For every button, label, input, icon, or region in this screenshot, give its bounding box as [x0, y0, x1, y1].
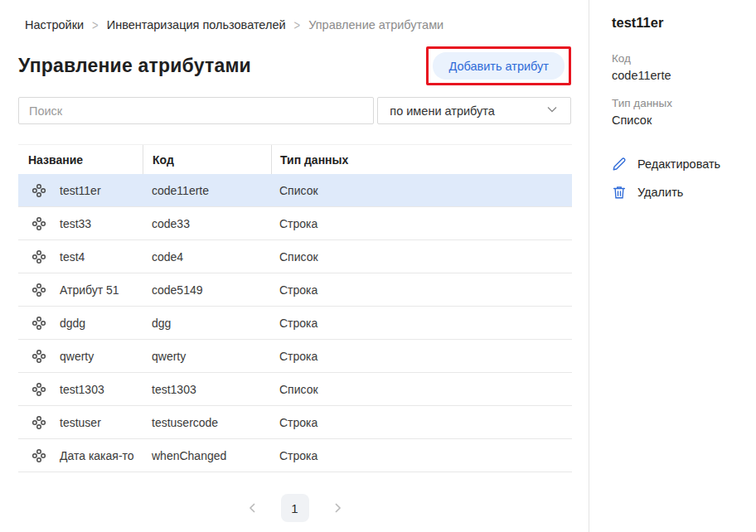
- breadcrumb-item-user-inventory[interactable]: Инвентаризация пользователей: [107, 18, 286, 31]
- attribute-name: test1303: [60, 383, 104, 396]
- search-field-dropdown-value: по имени атрибута: [390, 104, 495, 118]
- field-value: Список: [612, 114, 746, 127]
- table-header: Название Код Тип данных: [18, 144, 572, 174]
- details-panel: test11er Код code11erte Тип данных Списо…: [589, 0, 756, 532]
- cell-name: test33: [18, 207, 143, 239]
- table-body: test11er code11erte Список test33 code33…: [18, 174, 572, 472]
- column-header-name: Название: [18, 145, 143, 174]
- pagination-page-1[interactable]: 1: [281, 494, 309, 522]
- title-row: Управление атрибутами Добавить атрибут: [18, 46, 571, 85]
- attribute-name: test4: [60, 250, 85, 264]
- table-row[interactable]: test11er code11erte Список: [18, 174, 572, 207]
- table-row[interactable]: qwerty qwerty Строка: [18, 340, 572, 373]
- attributes-table: Название Код Тип данных test11er code11e…: [18, 144, 572, 472]
- attribute-type: Список: [271, 240, 572, 273]
- breadcrumb: Настройки > Инвентаризация пользователей…: [25, 18, 571, 31]
- table-row[interactable]: test33 code33 Строка: [18, 207, 572, 240]
- attribute-code: code5149: [143, 273, 271, 306]
- attribute-code: code11erte: [143, 174, 271, 206]
- cell-name: Атрибут 51: [18, 273, 143, 306]
- app-window: Настройки > Инвентаризация пользователей…: [0, 0, 756, 532]
- breadcrumb-separator-icon: >: [92, 17, 99, 33]
- main-content: Настройки > Инвентаризация пользователей…: [0, 0, 589, 532]
- attribute-code: dgg: [143, 307, 271, 339]
- attribute-name: Атрибут 51: [60, 283, 119, 297]
- table-row[interactable]: Дата какая-то whenChanged Строка: [18, 439, 572, 472]
- breadcrumb-item-settings[interactable]: Настройки: [25, 18, 84, 31]
- search-input[interactable]: [29, 104, 363, 118]
- attribute-type: Строка: [271, 207, 572, 239]
- edit-attribute-label: Редактировать: [637, 157, 720, 171]
- add-attribute-button[interactable]: Добавить атрибут: [433, 52, 565, 80]
- attribute-icon: [32, 216, 46, 231]
- page-title: Управление атрибутами: [18, 55, 251, 77]
- table-row[interactable]: test1303 test1303 Список: [18, 373, 572, 406]
- chevron-down-icon: [545, 103, 559, 118]
- attribute-type: Список: [271, 373, 572, 405]
- attribute-type: Строка: [271, 406, 572, 438]
- attribute-icon: [32, 283, 46, 297]
- attribute-type: Строка: [271, 273, 572, 306]
- attribute-name: Дата какая-то: [60, 449, 134, 462]
- attribute-icon: [32, 415, 46, 430]
- attribute-code: test1303: [143, 373, 271, 405]
- pagination-prev-icon[interactable]: [241, 496, 264, 520]
- table-row[interactable]: testuser testusercode Строка: [18, 406, 572, 439]
- breadcrumb-item-attribute-management: Управление атрибутами: [308, 18, 443, 31]
- filter-bar: по имени атрибута: [18, 97, 571, 124]
- search-box: [18, 97, 374, 124]
- search-field-dropdown[interactable]: по имени атрибута: [377, 97, 571, 124]
- attribute-name: testuser: [60, 416, 101, 429]
- pagination: 1: [18, 494, 571, 522]
- attribute-type: Строка: [271, 439, 572, 472]
- attribute-code: code4: [143, 240, 271, 273]
- column-header-code: Код: [143, 145, 271, 174]
- attribute-icon: [32, 448, 46, 463]
- field-label: Код: [612, 52, 746, 65]
- pagination-next-icon[interactable]: [326, 496, 349, 520]
- edit-pencil-icon: [612, 157, 627, 172]
- cell-name: Дата какая-то: [18, 439, 143, 472]
- attribute-name: test33: [60, 217, 91, 230]
- column-header-type: Тип данных: [271, 145, 572, 174]
- cell-name: test4: [18, 240, 143, 273]
- attribute-icon: [32, 249, 46, 264]
- annotation-highlight-box: Добавить атрибут: [426, 46, 571, 85]
- cell-name: test11er: [18, 174, 143, 206]
- details-field-code: Код code11erte: [612, 52, 746, 82]
- attribute-code: testusercode: [143, 406, 271, 438]
- delete-attribute-action[interactable]: Удалить: [612, 185, 746, 200]
- attribute-icon: [32, 382, 46, 397]
- details-title: test11er: [612, 15, 746, 31]
- attribute-icon: [32, 316, 46, 331]
- attribute-type: Список: [271, 174, 572, 206]
- attribute-code: whenChanged: [143, 439, 271, 472]
- attribute-code: qwerty: [143, 340, 271, 372]
- table-row[interactable]: dgdg dgg Строка: [18, 307, 572, 340]
- cell-name: qwerty: [18, 340, 143, 372]
- breadcrumb-separator-icon: >: [294, 17, 301, 33]
- table-row[interactable]: test4 code4 Список: [18, 240, 572, 273]
- field-label: Тип данных: [612, 97, 746, 109]
- edit-attribute-action[interactable]: Редактировать: [612, 157, 746, 172]
- trash-icon: [612, 185, 627, 200]
- attribute-name: qwerty: [60, 350, 94, 363]
- attribute-name: test11er: [60, 184, 101, 197]
- cell-name: testuser: [18, 406, 143, 438]
- attribute-name: dgdg: [60, 317, 85, 330]
- details-actions: Редактировать Удалить: [612, 157, 746, 200]
- attribute-icon: [32, 183, 46, 198]
- attribute-code: code33: [143, 207, 271, 239]
- cell-name: test1303: [18, 373, 143, 405]
- field-value: code11erte: [612, 69, 746, 82]
- delete-attribute-label: Удалить: [637, 186, 683, 199]
- cell-name: dgdg: [18, 307, 143, 339]
- attribute-type: Строка: [271, 340, 572, 372]
- attribute-type: Строка: [271, 307, 572, 339]
- attribute-icon: [32, 349, 46, 364]
- details-field-datatype: Тип данных Список: [612, 97, 746, 127]
- table-row[interactable]: Атрибут 51 code5149 Строка: [18, 273, 572, 307]
